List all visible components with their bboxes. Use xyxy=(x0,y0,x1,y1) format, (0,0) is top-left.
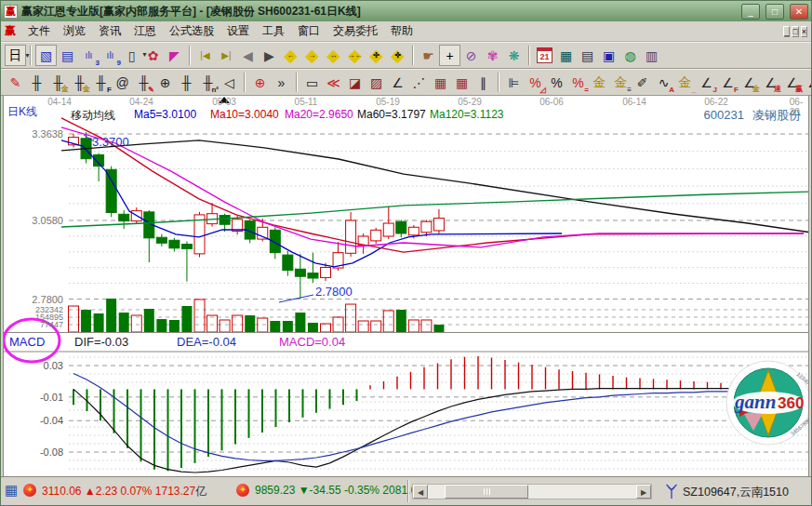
hatch-box-icon[interactable]: ▨ xyxy=(366,72,387,93)
menu-news[interactable]: 资讯 xyxy=(92,22,127,39)
kline-3bar-icon[interactable]: ılı3 xyxy=(78,45,100,66)
compass-target-icon[interactable]: ⊕ xyxy=(249,72,271,93)
four-angle-icon[interactable]: ∠四 xyxy=(803,72,811,93)
last-page-icon[interactable]: ▶| xyxy=(216,45,237,66)
gold-line-icon[interactable]: 金≡ xyxy=(610,72,632,93)
flower-tool-icon[interactable]: ✾ xyxy=(482,45,503,66)
menu-tools[interactable]: 工具 xyxy=(256,22,291,39)
restore-button[interactable]: □ xyxy=(765,4,784,20)
mind-tool-icon[interactable]: ❋ xyxy=(503,45,525,66)
menu-browse[interactable]: 浏览 xyxy=(57,22,92,39)
calendar-icon[interactable]: 21 xyxy=(534,45,555,66)
menu-gann[interactable]: 江恩 xyxy=(127,22,163,39)
brush2-icon[interactable]: ✐ xyxy=(632,72,653,93)
grid-red-icon[interactable]: ▦ xyxy=(430,72,451,93)
percent-icon[interactable]: % xyxy=(546,72,567,93)
scrollbar-track[interactable] xyxy=(428,485,636,499)
expand-all-icon[interactable]: ◆✣ xyxy=(366,45,387,66)
child-close-button[interactable]: × xyxy=(801,26,807,37)
shift-right-icon[interactable]: ◆→ xyxy=(301,45,323,66)
shanghai-index-icon: ✦ xyxy=(23,484,36,497)
speed-angle-icon[interactable]: ∠速 xyxy=(760,72,781,93)
gann-grid-icon[interactable]: ╫ xyxy=(26,72,47,93)
gann-grid-gold-icon[interactable]: ╫金 xyxy=(47,72,69,93)
parallel-lines-icon[interactable]: ∥ xyxy=(473,72,494,93)
minimize-button[interactable]: _ xyxy=(741,4,760,20)
candle-type-dropdown[interactable]: ▯▼ xyxy=(121,45,142,66)
next-page-icon[interactable]: ▶ xyxy=(259,45,280,66)
angle-ray-icon[interactable]: ∠ xyxy=(387,72,408,93)
notebook-icon[interactable]: ▤ xyxy=(577,45,598,66)
menu-file[interactable]: 文件 xyxy=(21,22,57,39)
plain-grid-icon[interactable]: ╫ xyxy=(176,72,197,93)
crosshair-icon[interactable]: + xyxy=(439,45,460,66)
gold-angle-icon[interactable]: ∠金 xyxy=(739,72,760,93)
period-day-dropdown[interactable]: 日▼ xyxy=(5,45,26,66)
menu-window[interactable]: 窗口 xyxy=(291,22,326,39)
gold-underline-icon[interactable]: 金_ xyxy=(674,72,696,93)
gann-grid-gold2-icon[interactable]: ╫金 xyxy=(69,72,90,93)
volume-distribution-icon[interactable]: ◤ xyxy=(164,45,185,66)
quote-table-icon[interactable]: ▦ xyxy=(5,482,18,499)
scrollbar-thumb[interactable] xyxy=(445,485,528,499)
toolbar-separator xyxy=(498,73,499,92)
win-angle-icon[interactable]: ∠赢 xyxy=(781,72,803,93)
spiral-icon[interactable]: @ xyxy=(112,72,133,93)
shift-left-icon[interactable]: ◆← xyxy=(280,45,301,66)
date-axis-label: 06-22 xyxy=(704,97,728,107)
fan-lines-icon[interactable]: ≪ xyxy=(323,72,344,93)
drag-hand-icon[interactable]: ☛ xyxy=(418,45,439,66)
close-button[interactable]: ✕ xyxy=(790,4,808,20)
child-minimize-button[interactable]: _ xyxy=(783,26,790,37)
kline-9bar-icon[interactable]: ılı9 xyxy=(100,45,121,66)
stock-identifier: 600231凌钢股份 xyxy=(704,107,801,124)
square-of-nine-icon[interactable]: ╫n² xyxy=(197,72,219,93)
menu-help[interactable]: 帮助 xyxy=(384,22,419,39)
menu-trade[interactable]: 交易委托 xyxy=(326,22,384,39)
wave-icon[interactable]: ∿A xyxy=(653,72,674,93)
f10-info-icon[interactable]: ▤ xyxy=(57,45,78,66)
more-tools-chevron[interactable]: » xyxy=(271,72,292,93)
grid-draw-icon[interactable]: ╫✎ xyxy=(133,72,154,93)
price-axis-label: 3.0580 xyxy=(6,215,63,226)
angle-tool-icon[interactable]: ◁ xyxy=(219,72,240,93)
menu-settings[interactable]: 设置 xyxy=(220,22,256,39)
child-restore-button[interactable]: □ xyxy=(792,26,798,37)
horizontal-scrollbar[interactable]: ◀ ▶ xyxy=(412,484,652,499)
zoom-in-x-icon[interactable]: ◆↔ xyxy=(323,45,344,66)
kline-macd-chart[interactable]: gann360123456789012345678901234 xyxy=(4,96,809,476)
calculator-icon[interactable]: ▦ xyxy=(555,45,577,66)
remote-pc-icon[interactable]: ▥ xyxy=(641,45,662,66)
web-update-icon[interactable]: ◍ xyxy=(619,45,641,66)
box-fan-icon[interactable]: ◪ xyxy=(344,72,366,93)
child-window-icon: 赢 xyxy=(5,23,16,39)
save-icon[interactable]: ▣ xyxy=(598,45,619,66)
gann-wheel-icon[interactable]: ⊕ xyxy=(154,72,176,93)
gold-circle-icon[interactable]: 金 xyxy=(589,72,610,93)
toolbar-main: 日▼▧▤ılı3ılı9▯▼✿◤|◀▶|◀▶◆←◆→◆↔◆→←◆✣◆✜☛+⊘✾❋… xyxy=(1,42,811,69)
grid-red2-icon[interactable]: ▦ xyxy=(451,72,473,93)
fit-all-icon[interactable]: ◆✜ xyxy=(387,45,408,66)
zoom-out-x-icon[interactable]: ◆→← xyxy=(344,45,366,66)
box-measure-icon[interactable]: ▭ xyxy=(301,72,323,93)
fib-grid-icon[interactable]: ╫F xyxy=(90,72,112,93)
prev-page-icon[interactable]: ◀ xyxy=(237,45,259,66)
scroll-right-arrow[interactable]: ▶ xyxy=(636,485,651,499)
scroll-left-arrow[interactable]: ◀ xyxy=(413,485,428,499)
f-angle-icon[interactable]: ∠F xyxy=(717,72,739,93)
ma-legend-item: Ma10=3.0040 xyxy=(210,108,279,121)
hist-measure-icon[interactable]: ⊫ xyxy=(503,72,525,93)
rays-icon[interactable]: ⋰ xyxy=(408,72,430,93)
menu-formula-stock-pick[interactable]: 公式选股 xyxy=(163,22,220,39)
j-angle-icon[interactable]: ∠J xyxy=(696,72,717,93)
shanghai-index-summary: 3110.06 ▲2.23 0.07% 1713.27亿 xyxy=(42,484,206,499)
date-axis-label: 04-24 xyxy=(129,97,153,107)
cost-pattern-icon[interactable]: ✿ xyxy=(142,45,164,66)
chart-overview-icon[interactable]: ▧ xyxy=(35,45,57,66)
percent-line-icon[interactable]: %= xyxy=(567,72,589,93)
chart-area[interactable]: gann360123456789012345678901234 日K线 移动均线… xyxy=(3,96,809,476)
first-page-icon[interactable]: |◀ xyxy=(194,45,216,66)
draw-line-icon[interactable]: ✎ xyxy=(5,72,26,93)
magnify-icon[interactable]: ⊘ xyxy=(460,45,482,66)
percent-tri-icon[interactable]: %◿ xyxy=(525,72,546,93)
